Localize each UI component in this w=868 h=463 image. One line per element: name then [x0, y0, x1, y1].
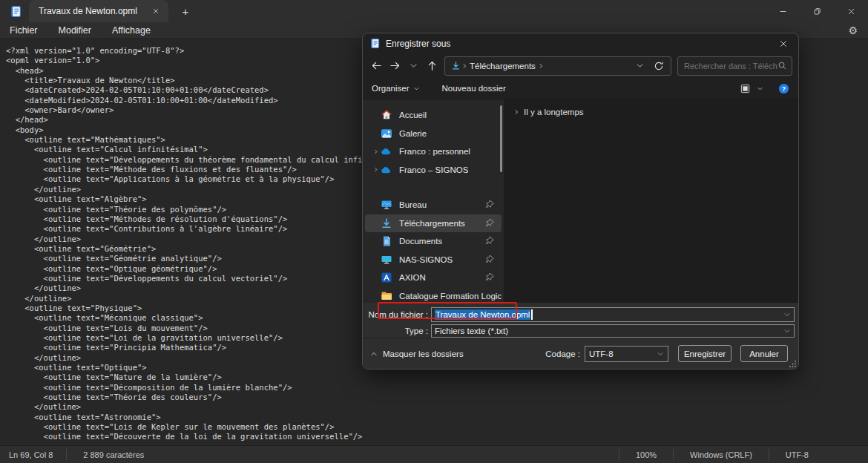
pin-icon[interactable] [485, 255, 495, 264]
chevron-right-icon [461, 62, 468, 70]
sidebar-item-nas-signos[interactable]: NAS-SIGNOS [365, 251, 502, 269]
filename-label: Nom du fichier : [363, 310, 428, 319]
zoom-level: 100% [619, 450, 673, 459]
file-list-pane[interactable]: Il y a longtemps [504, 99, 798, 303]
search-box[interactable] [677, 56, 792, 76]
menu-affichage[interactable]: Affichage [102, 22, 161, 39]
refresh-button[interactable] [649, 56, 668, 75]
sidebar-scrollbar[interactable] [500, 105, 502, 172]
restore-button[interactable] [800, 0, 834, 22]
refresh-icon [654, 61, 664, 71]
close-icon [779, 39, 788, 48]
status-right: 100% Windows (CRLF) UTF-8 [619, 449, 825, 460]
chevron-right-icon [372, 148, 379, 155]
encoding-dropdown-button[interactable] [657, 350, 664, 358]
group-header-label: Il y a longtemps [524, 108, 584, 116]
sidebar-item-galerie[interactable]: Galerie [365, 125, 502, 143]
filename-dropdown-button[interactable] [783, 311, 791, 318]
resize-grip[interactable] [789, 360, 797, 367]
status-bar: Ln 69, Col 8 2 889 caractères 100% Windo… [0, 445, 868, 463]
axion-drive-icon [381, 272, 392, 283]
sidebar-item-franco-signos[interactable]: Franco – SIGNOS [365, 161, 502, 180]
filetype-value: Fichiers texte (*.txt) [435, 326, 508, 335]
chevron-right-icon [513, 108, 520, 116]
address-dropdown-button[interactable] [631, 56, 649, 75]
address-bar[interactable]: Téléchargements [444, 56, 671, 76]
tab-close-icon[interactable] [149, 4, 162, 18]
notepad-app-icon [10, 5, 22, 18]
hide-folders-button[interactable]: Masquer les dossiers [370, 349, 464, 358]
filetype-dropdown-button[interactable] [783, 327, 791, 335]
group-header-longtemps[interactable]: Il y a longtemps [513, 108, 798, 116]
chevron-down-icon [783, 327, 791, 335]
save-button[interactable]: Enregistrer [678, 345, 731, 362]
sidebar-item-bureau[interactable]: Bureau [365, 196, 502, 214]
notepad-window: Travaux de Newton.opml + Fichier Modifie… [0, 0, 868, 463]
new-folder-label: Nouveau dossier [442, 84, 506, 93]
toolbar-right: ? [740, 83, 789, 94]
new-tab-button[interactable]: + [176, 1, 195, 21]
pin-icon[interactable] [485, 272, 495, 282]
arrow-right-icon [389, 60, 401, 71]
minimize-icon [779, 7, 787, 16]
encoding-indicator: UTF-8 [769, 450, 825, 459]
chevron-down-icon[interactable] [757, 85, 763, 92]
footer-actions: Codage : UTF-8 Enregistrer Annuler [545, 345, 788, 362]
sidebar-item-accueil[interactable]: Accueil [365, 106, 502, 125]
filetype-select[interactable]: Fichiers texte (*.txt) [431, 324, 795, 338]
search-input[interactable] [684, 62, 777, 70]
dialog-toolbar: Organiser Nouveau dossier ? [363, 78, 798, 99]
up-button[interactable] [423, 56, 441, 75]
close-button[interactable] [834, 0, 868, 22]
filename-input[interactable]: Travaux de Newton.opml [431, 307, 795, 322]
close-icon [847, 7, 855, 16]
onedrive-cloud-icon [381, 164, 392, 176]
restore-icon [813, 7, 821, 16]
pin-icon[interactable] [485, 218, 495, 228]
sidebar-item-telechargements[interactable]: Téléchargements [365, 214, 502, 233]
breadcrumb-telechargements[interactable]: Téléchargements [470, 62, 536, 70]
forward-button[interactable] [386, 56, 404, 75]
network-drive-icon [381, 254, 392, 266]
organize-button[interactable]: Organiser [372, 84, 420, 93]
help-icon[interactable]: ? [778, 83, 789, 94]
editor-line: <outline text="Découverte de la loi de l… [6, 432, 868, 441]
cancel-button[interactable]: Annuler [740, 345, 788, 362]
tab-title: Travaux de Newton.opml [39, 6, 149, 16]
pin-icon[interactable] [485, 200, 495, 209]
menu-modifier[interactable]: Modifier [48, 22, 102, 39]
editor-line: <outline text="Astronomie"> [6, 413, 868, 422]
chevron-down-icon [657, 350, 664, 358]
tab-travaux-de-newton[interactable]: Travaux de Newton.opml [29, 0, 168, 22]
recent-locations-button[interactable] [404, 56, 423, 75]
search-icon [777, 61, 787, 70]
dialog-close-button[interactable] [769, 33, 798, 53]
settings-gear-icon[interactable]: ⚙ [848, 25, 858, 36]
new-folder-button[interactable]: Nouveau dossier [442, 84, 506, 93]
sidebar-item-franco-personnel[interactable]: Franco : personnel [365, 142, 502, 161]
downloads-icon [451, 61, 461, 70]
notepad-app-icon [369, 38, 381, 49]
chevron-down-icon [413, 85, 420, 92]
dialog-footer: Masquer les dossiers Codage : UTF-8 Enre… [363, 338, 798, 369]
editor-line: <outline text="Nature de la lumière"/> [6, 372, 868, 382]
chevron-down-icon [410, 62, 418, 70]
title-bar: Travaux de Newton.opml + [0, 0, 868, 22]
editor-line: </outline> [6, 402, 868, 412]
sidebar-item-documents[interactable]: Documents [365, 232, 502, 251]
dialog-nav-bar: Téléchargements [363, 53, 798, 78]
chevron-up-icon [370, 350, 378, 358]
minimize-button[interactable] [766, 0, 800, 22]
back-button[interactable] [367, 56, 386, 75]
pin-icon[interactable] [485, 236, 495, 246]
view-options-icon[interactable] [740, 83, 751, 94]
encoding-value: UTF-8 [589, 349, 614, 358]
chevron-right-icon [372, 166, 379, 173]
sidebar-item-axion[interactable]: AXION [365, 269, 502, 287]
downloads-icon [381, 217, 392, 229]
chevron-right-icon[interactable] [537, 62, 545, 70]
menu-fichier[interactable]: Fichier [0, 22, 48, 39]
encoding-select[interactable]: UTF-8 [585, 346, 668, 362]
filename-selected-text: Travaux de Newton.opml [435, 309, 530, 320]
dialog-body: Accueil Galerie Franco : personnel Franc… [363, 99, 798, 303]
